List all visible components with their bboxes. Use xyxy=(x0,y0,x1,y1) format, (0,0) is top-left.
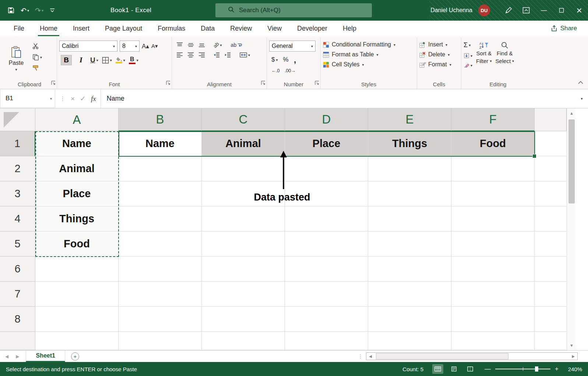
cell-F3[interactable] xyxy=(451,181,535,206)
zoom-slider-handle[interactable] xyxy=(535,366,538,372)
cell-E7[interactable] xyxy=(368,282,451,307)
orientation-button[interactable]: ab ▾ xyxy=(213,42,222,48)
underline-button[interactable]: U▾ xyxy=(90,56,98,64)
cell-C5[interactable] xyxy=(202,231,285,257)
collapse-ribbon-button[interactable] xyxy=(578,79,584,86)
cell-D8[interactable] xyxy=(285,307,368,332)
cell-A3[interactable]: Place xyxy=(35,181,119,206)
cell-F9[interactable] xyxy=(451,332,535,350)
increase-decimal-button[interactable]: ←.0 xyxy=(271,68,279,73)
zoom-level[interactable]: 240% xyxy=(563,366,582,372)
horizontal-scrollbar-thumb[interactable] xyxy=(376,353,508,359)
cell-B2[interactable] xyxy=(119,156,202,181)
cell-D9[interactable] xyxy=(285,332,368,350)
normal-view-button[interactable] xyxy=(432,364,443,374)
cell-B3[interactable] xyxy=(119,181,202,206)
align-center-button[interactable] xyxy=(187,52,194,58)
cell-A5[interactable]: Food xyxy=(35,231,119,257)
cell-C1[interactable]: Animal xyxy=(202,131,285,156)
next-sheet-icon[interactable]: ▶ xyxy=(16,354,19,359)
tab-review[interactable]: Review xyxy=(222,21,260,36)
inking-button[interactable] xyxy=(500,0,517,21)
sort-filter-button[interactable]: AZ Sort & Filter▾ xyxy=(476,38,492,79)
wrap-text-button[interactable]: ab xyxy=(231,42,242,48)
tab-developer[interactable]: Developer xyxy=(289,21,335,36)
column-header-B[interactable]: B xyxy=(119,108,202,131)
row-header-2[interactable]: 2 xyxy=(0,156,35,181)
cell-C3[interactable] xyxy=(202,181,285,206)
font-dialog-launcher-icon[interactable] xyxy=(166,80,170,87)
vertical-scrollbar[interactable]: ▲ ▼ xyxy=(567,108,576,350)
tab-data[interactable]: Data xyxy=(193,21,222,36)
accounting-format-button[interactable]: $▾ xyxy=(271,56,278,63)
tab-home[interactable]: Home xyxy=(32,21,65,36)
select-all-corner[interactable] xyxy=(0,108,35,131)
cell-B9[interactable] xyxy=(119,332,202,350)
font-name-combo[interactable]: Calibri ▾ xyxy=(59,41,117,52)
cut-button[interactable] xyxy=(32,43,42,49)
insert-function-button[interactable]: fx xyxy=(91,95,96,103)
cell-G8[interactable] xyxy=(535,307,567,332)
expand-formula-bar-button[interactable]: ▾ xyxy=(575,89,588,108)
avatar[interactable]: DU xyxy=(478,4,490,16)
merge-center-button[interactable]: ▾ xyxy=(240,52,250,58)
cell-E3[interactable] xyxy=(368,181,451,206)
horizontal-scrollbar-track[interactable] xyxy=(374,353,569,360)
close-button[interactable]: × xyxy=(570,0,588,21)
decrease-indent-button[interactable] xyxy=(213,52,220,58)
cell-A7[interactable] xyxy=(35,282,119,307)
cell-B6[interactable] xyxy=(119,257,202,282)
column-header-D[interactable]: D xyxy=(285,108,368,131)
undo-button[interactable]: ↶▾ xyxy=(21,6,29,15)
cell-B5[interactable] xyxy=(119,231,202,257)
cell-G6[interactable] xyxy=(535,257,567,282)
row-header-5[interactable]: 5 xyxy=(0,231,35,257)
row-header-9-partial[interactable] xyxy=(0,332,35,350)
find-select-button[interactable]: Find & Select▾ xyxy=(495,38,514,79)
cell-C8[interactable] xyxy=(202,307,285,332)
cell-G3[interactable] xyxy=(535,181,567,206)
name-box[interactable]: B1 ▾ xyxy=(0,89,55,108)
page-break-preview-button[interactable] xyxy=(465,364,476,374)
row-header-3[interactable]: 3 xyxy=(0,181,35,206)
column-header-partial-G[interactable] xyxy=(535,108,567,131)
cell-D6[interactable] xyxy=(285,257,368,282)
tab-view[interactable]: View xyxy=(260,21,289,36)
cancel-button[interactable]: × xyxy=(71,95,75,103)
cell-F8[interactable] xyxy=(451,307,535,332)
column-header-A[interactable]: A xyxy=(35,108,119,131)
tab-insert[interactable]: Insert xyxy=(65,21,97,36)
sheet-tab-sheet1[interactable]: Sheet1 xyxy=(26,351,65,362)
alignment-dialog-launcher-icon[interactable] xyxy=(261,80,265,87)
cell-A6[interactable] xyxy=(35,257,119,282)
column-header-C[interactable]: C xyxy=(202,108,285,131)
align-right-button[interactable] xyxy=(198,52,205,58)
tab-help[interactable]: Help xyxy=(335,21,364,36)
tab-page-layout[interactable]: Page Layout xyxy=(97,21,150,36)
cell-G7[interactable] xyxy=(535,282,567,307)
customize-quick-access-button[interactable] xyxy=(49,8,55,13)
previous-sheet-icon[interactable]: ◀ xyxy=(5,354,8,359)
number-dialog-launcher-icon[interactable] xyxy=(315,80,319,87)
align-bottom-button[interactable] xyxy=(198,42,205,48)
row-header-4[interactable]: 4 xyxy=(0,206,35,231)
save-icon[interactable] xyxy=(7,7,15,14)
maximize-button[interactable] xyxy=(553,0,570,21)
fill-color-button[interactable]: ▾ xyxy=(116,57,125,63)
font-size-combo[interactable]: 8 ▾ xyxy=(120,41,140,52)
cell-G5[interactable] xyxy=(535,231,567,257)
align-middle-button[interactable] xyxy=(187,42,194,48)
number-format-combo[interactable]: General ▾ xyxy=(269,41,316,52)
fill-button[interactable]: ▾ xyxy=(464,53,472,59)
autosum-button[interactable]: Σ▾ xyxy=(464,41,472,49)
paste-button[interactable]: Paste ▾ xyxy=(4,38,28,79)
cell-G2[interactable] xyxy=(535,156,567,181)
scroll-left-icon[interactable]: ◀ xyxy=(366,353,374,360)
cell-E8[interactable] xyxy=(368,307,451,332)
row-header-8[interactable]: 8 xyxy=(0,307,35,332)
cell-styles-button[interactable]: Cell Styles ▾ xyxy=(323,61,395,68)
clear-button[interactable]: ▾ xyxy=(464,62,472,68)
conditional-formatting-button[interactable]: Conditional Formatting ▾ xyxy=(323,41,395,48)
scroll-right-icon[interactable]: ▶ xyxy=(569,353,577,360)
cell-C4[interactable] xyxy=(202,206,285,231)
